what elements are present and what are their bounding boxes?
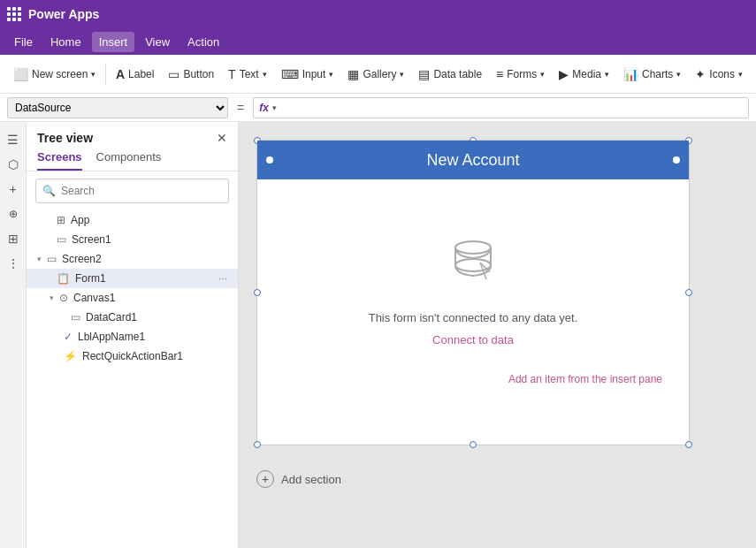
menu-insert[interactable]: Insert <box>92 32 135 52</box>
add-section-label: Add section <box>281 473 341 486</box>
titlebar: Power Apps <box>0 0 756 28</box>
canvas1-icon: ⊙ <box>59 292 68 304</box>
new-screen-icon: ⬜ <box>13 67 28 81</box>
svg-point-3 <box>455 259 491 271</box>
tab-screens[interactable]: Screens <box>37 150 82 171</box>
ribbon: ⬜ New screen ▾ A Label ▭ Button T Text ▾… <box>0 55 756 94</box>
ribbon-icons[interactable]: ✦ Icons ▾ <box>689 64 749 85</box>
fx-label: fx <box>259 102 269 114</box>
handle-mid-left[interactable] <box>254 289 261 296</box>
datasource-select[interactable]: DataSource <box>7 97 228 118</box>
tree-item-form1[interactable]: 📋 Form1 ··· <box>27 269 238 288</box>
ribbon-new-screen[interactable]: ⬜ New screen ▾ <box>7 64 102 85</box>
equals-sign: = <box>233 101 248 115</box>
tab-components[interactable]: Components <box>96 150 162 171</box>
datacard1-icon: ▭ <box>71 311 80 323</box>
formulabar: DataSource = fx ▾ <box>0 94 756 122</box>
form-header-title: New Account <box>426 151 519 170</box>
text-icon: T <box>228 67 236 81</box>
tree-item-rect1[interactable]: ⚡ RectQuickActionBar1 <box>27 346 238 366</box>
tools-icon[interactable]: ⋮ <box>3 253 24 274</box>
tree-item-lblappname1[interactable]: ✓ LblAppName1 <box>27 327 238 346</box>
menu-file[interactable]: File <box>7 32 40 52</box>
ribbon-button[interactable]: ▭ Button <box>162 64 220 85</box>
hex-icon[interactable]: ⬡ <box>3 154 24 175</box>
tree-item-app[interactable]: ⊞ App <box>27 210 238 230</box>
ribbon-input-label: Input <box>302 68 326 80</box>
treepanel-close[interactable]: ✕ <box>217 131 227 145</box>
menu-action[interactable]: Action <box>180 32 226 52</box>
lbl-label: LblAppName1 <box>78 331 145 343</box>
forms-chevron: ▾ <box>540 70 545 79</box>
ribbon-label-text: Label <box>128 68 154 80</box>
ribbon-datatable[interactable]: ▤ Data table <box>412 64 488 85</box>
ribbon-text[interactable]: T Text ▾ <box>222 64 273 85</box>
handle-mid-right[interactable] <box>685 289 692 296</box>
form1-icon: 📋 <box>57 272 70 285</box>
menu-view[interactable]: View <box>138 32 177 52</box>
components-icon[interactable]: ⊞ <box>3 228 24 249</box>
app-title: Power Apps <box>28 7 99 21</box>
menu-home[interactable]: Home <box>43 32 88 52</box>
dot-right <box>673 156 680 164</box>
charts-chevron: ▾ <box>676 70 681 79</box>
screen2-icon: ▭ <box>47 253 57 265</box>
datatable-icon: ▤ <box>418 67 430 81</box>
handle-bottom-center[interactable] <box>470 441 477 448</box>
tree-item-canvas1[interactable]: ▾ ⊙ Canvas1 <box>27 288 238 308</box>
media-icon: ▶ <box>559 67 569 81</box>
screen2-label: Screen2 <box>62 253 102 265</box>
tree-item-datacard1[interactable]: ▭ DataCard1 <box>27 308 238 327</box>
ribbon-charts-label: Charts <box>642 68 673 80</box>
form-header: New Account <box>257 141 689 179</box>
search-input[interactable] <box>35 179 229 203</box>
ribbon-gallery[interactable]: ▦ Gallery ▾ <box>341 64 410 85</box>
canvas1-label: Canvas1 <box>73 292 115 304</box>
charts-icon: 📊 <box>623 67 638 81</box>
form-canvas[interactable]: New Account <box>256 140 690 445</box>
handle-bottom-left[interactable] <box>254 441 261 448</box>
hamburger-icon[interactable]: ☰ <box>3 129 24 150</box>
add-section-plus-icon: + <box>256 470 274 488</box>
svg-point-0 <box>455 241 491 254</box>
tree-item-screen2[interactable]: ▾ ▭ Screen2 <box>27 249 238 269</box>
ribbon-gallery-label: Gallery <box>363 68 396 80</box>
ribbon-charts[interactable]: 📊 Charts ▾ <box>617 64 687 85</box>
ribbon-input[interactable]: ⌨ Input ▾ <box>275 64 340 85</box>
left-icon-bar: ☰ ⬡ + ⊕ ⊞ ⋮ <box>0 122 27 548</box>
datacard1-label: DataCard1 <box>86 311 137 323</box>
treepanel-tabs: Screens Components <box>27 150 238 171</box>
add-icon[interactable]: + <box>3 179 24 200</box>
text-chevron: ▾ <box>263 70 267 79</box>
treepanel-header: Tree view ✕ <box>27 122 238 150</box>
lbl-icon: ✓ <box>64 331 73 343</box>
gallery-icon: ▦ <box>347 67 359 81</box>
search-icon: 🔍 <box>42 185 56 197</box>
add-section[interactable]: + Add section <box>256 463 341 495</box>
ribbon-forms-label: Forms <box>507 68 537 80</box>
form1-more[interactable]: ··· <box>218 272 227 285</box>
form-body: This form isn't connected to any data ye… <box>257 179 689 445</box>
tree-item-screen1[interactable]: ▭ Screen1 <box>27 230 238 249</box>
ribbon-media[interactable]: ▶ Media ▾ <box>553 64 615 85</box>
ribbon-forms[interactable]: ≡ Forms ▾ <box>490 64 551 85</box>
ribbon-label[interactable]: A Label <box>110 64 161 85</box>
canvas-area[interactable]: New Account <box>239 122 756 548</box>
app-grid-icon <box>7 7 21 21</box>
insert-hint: Add an item from the insert pane <box>508 373 662 385</box>
ribbon-button-label: Button <box>183 68 214 80</box>
main-area: ☰ ⬡ + ⊕ ⊞ ⋮ Tree view ✕ Screens Componen… <box>0 122 756 548</box>
handle-bottom-right[interactable] <box>685 441 692 448</box>
data-icon[interactable]: ⊕ <box>3 203 24 225</box>
ribbon-text-label: Text <box>240 68 259 80</box>
connect-link[interactable]: Connect to data <box>432 333 514 346</box>
formula-input-area[interactable]: fx ▾ <box>253 97 749 118</box>
app-icon: ⊞ <box>57 214 65 226</box>
screen1-icon: ▭ <box>57 233 66 246</box>
fx-chevron: ▾ <box>272 103 277 112</box>
screen1-label: Screen1 <box>72 233 111 246</box>
screen2-chevron: ▾ <box>37 255 42 263</box>
treepanel-title: Tree view <box>37 131 93 145</box>
tree-items: ⊞ App ▭ Screen1 ▾ ▭ Screen2 📋 Form1 <box>27 210 238 548</box>
icons-chevron: ▾ <box>738 70 743 79</box>
